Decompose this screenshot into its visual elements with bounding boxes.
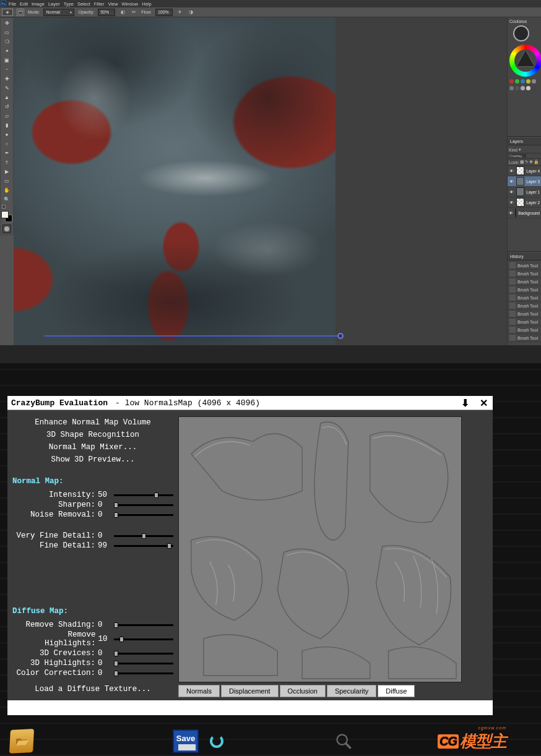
lock-position-icon[interactable]: ✥ <box>529 160 533 165</box>
slider-knob[interactable] <box>114 651 118 656</box>
slider-knob[interactable] <box>114 661 118 666</box>
fg-color[interactable] <box>1 211 9 218</box>
menu-select[interactable]: Select <box>77 1 90 7</box>
load-diffuse-button[interactable]: Load a Diffuse Texture... <box>12 683 173 695</box>
history-row[interactable]: Brush Tool <box>508 270 541 278</box>
hand-tool[interactable]: ✋ <box>1 186 12 194</box>
palette-swatch[interactable] <box>532 86 536 90</box>
airbrush-icon[interactable]: ✏ <box>130 9 137 16</box>
history-row[interactable]: Brush Tool <box>508 294 541 302</box>
enhance-button[interactable]: Enhance Normal Map Volume <box>12 416 173 429</box>
visibility-icon[interactable]: 👁 <box>509 211 513 215</box>
menu-window[interactable]: Window <box>122 1 139 7</box>
normal-slider-slider[interactable] <box>114 504 173 506</box>
preview3d-button[interactable]: Show 3D Preview... <box>12 453 173 466</box>
visibility-icon[interactable]: 👁 <box>509 190 514 194</box>
eraser-tool[interactable]: ▱ <box>1 112 12 120</box>
layer-row[interactable]: 👁Layer 2 <box>508 197 541 208</box>
scrubber-thumb[interactable] <box>337 333 344 339</box>
brush-panel-icon[interactable] <box>17 9 24 16</box>
history-row[interactable]: Brush Tool <box>508 326 541 334</box>
tab-occlusion[interactable]: Occlusion <box>280 685 326 697</box>
fgbg-swatch[interactable] <box>1 211 12 222</box>
slider-knob[interactable] <box>114 502 118 508</box>
type-tool[interactable]: T <box>1 158 12 166</box>
palette-swatch[interactable] <box>526 86 530 90</box>
menu-filter[interactable]: Filter <box>94 1 105 7</box>
download-icon[interactable]: ⬇ <box>459 397 470 408</box>
texture-preview[interactable] <box>178 416 462 682</box>
menu-view[interactable]: View <box>108 1 118 7</box>
tab-specularity[interactable]: Specularity <box>327 685 376 697</box>
slider-knob[interactable] <box>114 512 118 518</box>
lock-all-icon[interactable]: 🔒 <box>534 160 539 165</box>
history-row[interactable]: Brush Tool <box>508 334 541 342</box>
history-row[interactable]: Brush Tool <box>508 310 541 318</box>
palette-swatch[interactable] <box>515 86 519 90</box>
tab-displacement[interactable]: Displacement <box>221 685 279 697</box>
mixer-button[interactable]: Normal Map Mixer... <box>12 441 173 453</box>
zoom-tool[interactable]: 🔍 <box>1 195 12 204</box>
diffuse-slider-slider[interactable] <box>114 672 173 674</box>
visibility-icon[interactable]: 👁 <box>509 179 514 184</box>
detail-slider-slider[interactable] <box>114 535 173 537</box>
history-row[interactable]: Brush Tool <box>508 318 541 326</box>
size-pressure-icon[interactable]: ◑ <box>188 9 195 16</box>
palette-swatch[interactable] <box>509 86 514 90</box>
dodge-tool[interactable]: ○ <box>1 140 12 148</box>
layer-row[interactable]: 👁Layer 1 <box>508 187 541 197</box>
normal-slider-slider[interactable] <box>114 494 173 496</box>
quick-select-tool[interactable]: ✦ <box>1 47 12 55</box>
layer-row[interactable]: 👁Layer 3 <box>508 176 541 187</box>
slider-knob[interactable] <box>167 543 171 549</box>
mini-swatch-icon[interactable] <box>2 205 6 208</box>
brush-tool[interactable]: ✎ <box>1 84 12 92</box>
history-row[interactable]: Brush Tool <box>508 302 541 310</box>
current-color-swatch[interactable] <box>513 25 529 41</box>
menu-file[interactable]: File <box>9 1 16 7</box>
flow-input[interactable]: 100% <box>155 9 173 16</box>
path-select-tool[interactable]: ▶ <box>1 168 12 176</box>
eyedropper-tool[interactable]: ⁃ <box>1 66 12 74</box>
diffuse-slider-slider[interactable] <box>114 663 173 664</box>
tab-diffuse[interactable]: Diffuse <box>378 685 415 697</box>
menu-layer[interactable]: Layer <box>48 1 60 7</box>
visibility-icon[interactable]: 👁 <box>509 169 514 173</box>
tab-normals[interactable]: Normals <box>178 685 220 697</box>
palette-swatch[interactable] <box>521 86 525 90</box>
lasso-tool[interactable]: ❍ <box>1 38 12 46</box>
layer-row[interactable]: 👁Layer 4 <box>508 166 541 176</box>
lock-pixels-icon[interactable]: ✎ <box>525 160 529 165</box>
pen-tool[interactable]: ✒ <box>1 149 12 157</box>
slider-knob[interactable] <box>142 533 146 539</box>
color-wheel[interactable] <box>509 45 541 77</box>
history-row[interactable]: Brush Tool <box>508 278 541 286</box>
detail-slider-slider[interactable] <box>114 545 173 547</box>
palette-swatch[interactable] <box>509 79 514 84</box>
healing-tool[interactable]: ✚ <box>1 75 12 83</box>
slider-knob[interactable] <box>119 637 124 642</box>
marquee-tool[interactable]: ▭ <box>1 28 12 37</box>
layer-row[interactable]: 👁Background <box>508 208 541 218</box>
slider-knob[interactable] <box>154 492 158 498</box>
blur-tool[interactable]: ● <box>1 131 12 139</box>
layer-blend-select[interactable]: Overlay <box>509 154 526 158</box>
palette-swatch[interactable] <box>521 79 525 84</box>
airbrush-style-icon[interactable]: ✈ <box>176 9 184 16</box>
close-icon[interactable]: ✕ <box>478 397 489 408</box>
normal-slider-slider[interactable] <box>114 514 173 516</box>
shape-recognition-button[interactable]: 3D Shape Recognition <box>12 429 173 441</box>
history-row[interactable]: Brush Tool <box>508 286 541 294</box>
video-scrubber[interactable] <box>45 335 340 337</box>
opacity-input[interactable]: 50% <box>98 9 115 16</box>
magnify-icon[interactable] <box>335 732 352 750</box>
diffuse-slider-slider[interactable] <box>114 624 173 626</box>
quickmask-icon[interactable] <box>2 225 11 233</box>
palette-swatch[interactable] <box>532 79 536 84</box>
blend-mode-select[interactable]: Normal ▾ <box>43 9 74 16</box>
gradient-tool[interactable]: ▮ <box>1 121 12 129</box>
palette-swatch[interactable] <box>526 79 530 84</box>
chevron-down-icon[interactable]: ▾ <box>519 147 521 152</box>
slider-knob[interactable] <box>114 671 118 676</box>
document-canvas[interactable] <box>14 17 335 345</box>
